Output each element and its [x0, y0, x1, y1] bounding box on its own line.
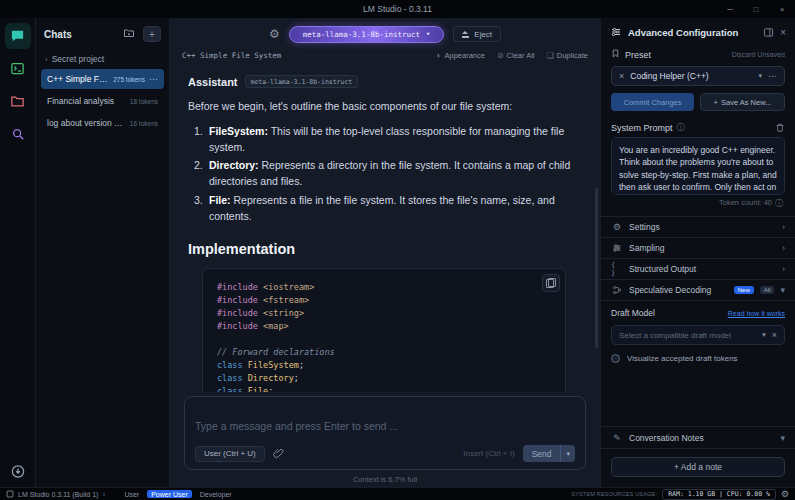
close-panel-button[interactable]: × [780, 27, 786, 38]
discard-unsaved-button[interactable]: Discard Unsaved [732, 51, 785, 58]
trash-icon [775, 122, 785, 133]
folder-plus-icon [123, 27, 135, 41]
read-how-it-works-link[interactable]: Read how it works [728, 310, 785, 317]
section-label: Sampling [629, 243, 776, 253]
chat-list-item[interactable]: Financial analysis 18 tokens [41, 91, 164, 111]
folder-icon [10, 94, 25, 111]
model-settings-gear-icon[interactable]: ⚙ [269, 28, 280, 40]
version-menu[interactable]: LM Studio 0.3.11 (Build 1) ↕ [6, 490, 105, 498]
duplicate-icon: ❏ [547, 51, 554, 60]
close-button[interactable]: × [769, 0, 795, 18]
mode-power-user[interactable]: Power User [147, 490, 192, 498]
preset-menu-icon[interactable]: ⋯ [768, 71, 777, 81]
visualize-tokens-toggle[interactable]: Visualize accepted draft tokens [611, 354, 785, 363]
clear-preset-icon[interactable]: × [619, 71, 624, 81]
columns-icon [763, 27, 774, 38]
system-prompt-input[interactable]: You are an incredibly good C++ engineer.… [611, 137, 785, 195]
status-bar: LM Studio 0.3.11 (Build 1) ↕ User Power … [0, 487, 795, 500]
appearance-label: Appearance [444, 51, 484, 60]
chat-token-count: 275 tokens [113, 76, 145, 83]
nav-discover-button[interactable] [5, 122, 31, 148]
commit-changes-button[interactable]: Commit Changes [611, 93, 694, 111]
resources-chip[interactable]: RAM: 1.10 GB | CPU: 0.00 % [662, 489, 776, 500]
status-right-group: SYSTEM RESOURCES USAGE: RAM: 1.10 GB | C… [571, 489, 789, 500]
draft-model-header: Draft Model Read how it works [611, 308, 785, 318]
advanced-config-panel: Advanced Configuration × Preset Discard … [600, 18, 795, 487]
save-as-new-button[interactable]: + Save As New... [700, 93, 785, 111]
version-label: LM Studio 0.3.11 (Build 1) [18, 491, 98, 498]
user-role-button[interactable]: User (Ctrl + U) [195, 446, 265, 462]
conversation-notes-label: Conversation Notes [629, 433, 774, 443]
titlebar: LM Studio - 0.3.11 ─ □ × [0, 0, 795, 18]
appearance-button[interactable]: ◐ Appearance [437, 51, 485, 60]
folder-row-secret-project[interactable]: › Secret project [41, 50, 164, 68]
sliders-icon [611, 243, 623, 253]
list-term: Directory: [209, 159, 259, 171]
chat-scrollbar[interactable] [595, 188, 598, 348]
chevron-right-icon: › [45, 55, 48, 64]
conversation-notes-block: ✎ Conversation Notes ▾ + Add a note [601, 426, 795, 487]
message-composer[interactable]: User (Ctrl + U) Insert (Ctrl + I) Send ▾ [184, 396, 586, 470]
conversation-notes-header[interactable]: ✎ Conversation Notes ▾ [601, 427, 795, 449]
chat-list-item[interactable]: C++ Simple File System 275 tokens ⋯ [41, 69, 164, 89]
clear-selection-icon[interactable]: × [772, 330, 777, 340]
loaded-model-pill[interactable]: meta-llama-3.1-8b-instruct ▾ [289, 26, 445, 43]
window-controls: ─ □ × [717, 0, 795, 18]
token-count: Token count: 40 ⓘ [613, 198, 783, 209]
chats-title: Chats [44, 29, 115, 40]
minimize-button[interactable]: ─ [717, 0, 743, 18]
clear-all-button[interactable]: ⊘ Clear All [497, 51, 535, 60]
updown-icon: ↕ [102, 491, 105, 497]
section-speculative-decoding[interactable]: Speculative Decoding New All ▾ [601, 280, 795, 301]
mode-developer[interactable]: Developer [196, 490, 236, 498]
nav-developer-button[interactable] [5, 56, 31, 82]
section-structured-output[interactable]: { } Structured Output › [601, 259, 795, 280]
send-options-caret[interactable]: ▾ [560, 445, 575, 462]
draft-model-select[interactable]: Select a compatible draft model ▾ × [611, 325, 785, 345]
assistant-role-label: Assistant [188, 76, 238, 88]
send-button[interactable]: Send ▾ [523, 445, 575, 462]
chevron-right-icon: › [782, 222, 785, 232]
list-item: 3. File: Represents a file in the file s… [194, 193, 582, 225]
section-sampling[interactable]: Sampling › [601, 238, 795, 259]
send-label: Send [523, 445, 561, 462]
attach-file-button[interactable] [273, 447, 284, 461]
app-icon [6, 490, 14, 498]
settings-gear-icon[interactable]: ⚙ [781, 489, 789, 499]
copy-code-button[interactable] [542, 274, 560, 292]
chat-menu-icon[interactable]: ⋯ [149, 77, 158, 81]
message-input[interactable] [195, 406, 575, 445]
add-note-button[interactable]: + Add a note [611, 457, 785, 477]
eject-model-button[interactable]: Eject [453, 26, 501, 42]
list-item: 1. FileSystem: This will be the top-leve… [194, 124, 582, 156]
preset-selector[interactable]: × Coding Helper (C++) ▾ ⋯ [611, 66, 785, 86]
section-settings[interactable]: ⚙ Settings › [601, 217, 795, 238]
mode-user[interactable]: User [120, 490, 143, 498]
new-folder-button[interactable] [120, 26, 138, 42]
code-block-lines: #include <iostream>#include <fstream>#in… [217, 281, 551, 392]
nav-my-models-button[interactable] [5, 89, 31, 115]
chevron-down-icon: ▾ [762, 331, 766, 339]
info-icon: ⓘ [775, 198, 783, 209]
nav-chat-button[interactable] [5, 23, 31, 49]
assistant-message-header: Assistant meta-llama-3.1-8b-instruct [188, 75, 582, 88]
new-chat-button[interactable]: + [143, 26, 161, 42]
list-term: File: [209, 194, 231, 206]
eject-label: Eject [474, 30, 492, 39]
list-term: FileSystem: [209, 125, 268, 137]
chat-message-area[interactable]: Assistant meta-llama-3.1-8b-instruct Bef… [170, 65, 600, 392]
duplicate-button[interactable]: ❏ Duplicate [547, 51, 588, 60]
chat-title: log about version of ... [47, 118, 126, 128]
chat-title: C++ Simple File System [47, 74, 109, 84]
folder-label: Secret project [52, 54, 104, 64]
downloads-button[interactable] [10, 464, 25, 481]
clear-system-prompt-button[interactable] [775, 122, 785, 133]
chats-sidebar: Chats + › Secret project C++ Simple File… [36, 18, 170, 487]
resources-usage-label: SYSTEM RESOURCES USAGE: [571, 491, 657, 497]
new-badge: New [734, 286, 754, 294]
maximize-button[interactable]: □ [743, 0, 769, 18]
panel-layout-button[interactable] [763, 27, 774, 38]
list-desc: Represents a directory in the file syste… [209, 159, 570, 187]
chat-list-item[interactable]: log about version of ... 16 tokens [41, 113, 164, 133]
chevron-down-icon: ▾ [780, 433, 785, 443]
